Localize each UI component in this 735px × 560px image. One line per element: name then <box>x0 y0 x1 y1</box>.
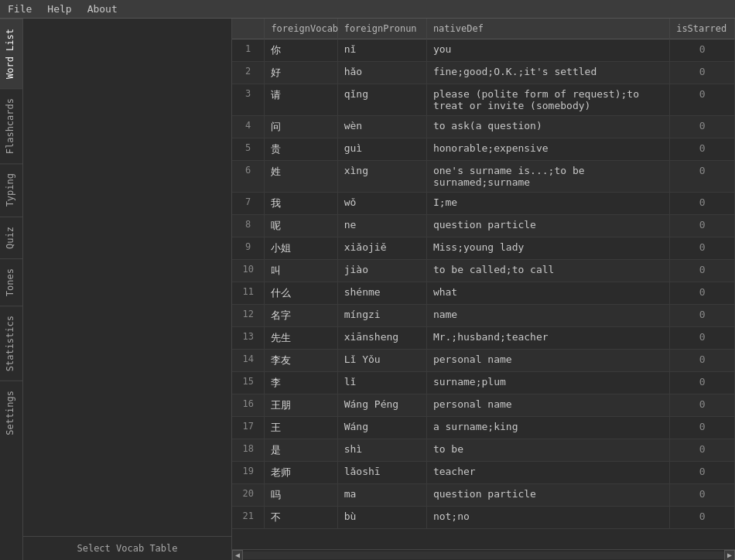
table-row[interactable]: 15 李 lǐ surname;plum 0 <box>232 372 735 394</box>
table-row[interactable]: 10 叫 jiào to be called;to call 0 <box>232 260 735 282</box>
sidebar: Word List Flashcards Typing Quiz Tones S… <box>0 19 23 560</box>
cell-foreign-pronun: nǐ <box>337 39 426 62</box>
cell-row-num: 19 <box>232 462 265 484</box>
cell-is-starred: 0 <box>670 39 735 62</box>
vocabulary-table: foreignVocab foreignPronun nativeDef isS… <box>232 19 735 529</box>
sidebar-item-flashcards[interactable]: Flashcards <box>0 88 22 163</box>
sidebar-item-statistics[interactable]: Statistics <box>0 306 22 381</box>
table-row[interactable]: 20 吗 ma question particle 0 <box>232 484 735 507</box>
cell-row-num: 8 <box>232 215 265 237</box>
cell-native-def: fine;good;O.K.;it's settled <box>426 62 669 84</box>
cell-native-def: to ask(a question) <box>426 116 669 138</box>
cell-row-num: 3 <box>232 84 265 116</box>
cell-is-starred: 0 <box>670 350 735 372</box>
table-row[interactable]: 7 我 wǒ I;me 0 <box>232 193 735 215</box>
about-menu[interactable]: About <box>80 2 125 16</box>
table-row[interactable]: 5 贵 guì honorable;expensive 0 <box>232 138 735 161</box>
table-row[interactable]: 2 好 hǎo fine;good;O.K.;it's settled 0 <box>232 62 735 84</box>
cell-row-num: 4 <box>232 116 265 138</box>
scroll-right-button[interactable]: ▶ <box>724 550 735 561</box>
table-row[interactable]: 8 呢 ne question particle 0 <box>232 215 735 237</box>
cell-row-num: 13 <box>232 327 265 350</box>
table-row[interactable]: 4 问 wèn to ask(a question) 0 <box>232 116 735 138</box>
cell-is-starred: 0 <box>670 439 735 462</box>
cell-native-def: surname;plum <box>426 372 669 394</box>
sidebar-item-quiz[interactable]: Quiz <box>0 217 22 258</box>
cell-row-num: 10 <box>232 260 265 282</box>
cell-foreign-vocab: 好 <box>265 62 337 84</box>
cell-native-def: you <box>426 39 669 62</box>
cell-native-def: to be called;to call <box>426 260 669 282</box>
cell-row-num: 16 <box>232 394 265 417</box>
select-vocab-table-button[interactable]: Select Vocab Table <box>23 536 231 560</box>
table-container[interactable]: foreignVocab foreignPronun nativeDef isS… <box>232 19 735 549</box>
menubar: File Help About <box>0 0 735 19</box>
cell-native-def: I;me <box>426 193 669 215</box>
scroll-left-button[interactable]: ◀ <box>232 550 243 561</box>
cell-is-starred: 0 <box>670 462 735 484</box>
cell-foreign-pronun: xiǎojiě <box>337 237 426 260</box>
table-row[interactable]: 3 请 qǐng please (polite form of request)… <box>232 84 735 116</box>
sidebar-item-settings[interactable]: Settings <box>0 381 22 445</box>
table-row[interactable]: 6 姓 xìng one's surname is...;to be surna… <box>232 161 735 193</box>
cell-foreign-pronun: qǐng <box>337 84 426 116</box>
col-header-foreign-pronun: foreignPronun <box>337 19 426 39</box>
cell-is-starred: 0 <box>670 417 735 439</box>
file-menu[interactable]: File <box>0 2 39 16</box>
cell-foreign-pronun: hǎo <box>337 62 426 84</box>
cell-foreign-vocab: 呢 <box>265 215 337 237</box>
sidebar-item-tones[interactable]: Tones <box>0 258 22 306</box>
horizontal-scrollbar[interactable]: ◀ ▶ <box>232 549 735 560</box>
table-row[interactable]: 18 是 shì to be 0 <box>232 439 735 462</box>
cell-foreign-vocab: 先生 <box>265 327 337 350</box>
main-content: Word List Flashcards Typing Quiz Tones S… <box>0 19 735 560</box>
cell-foreign-pronun: Wáng <box>337 417 426 439</box>
cell-is-starred: 0 <box>670 237 735 260</box>
cell-foreign-pronun: míngzi <box>337 305 426 327</box>
cell-foreign-pronun: lǎoshī <box>337 462 426 484</box>
cell-is-starred: 0 <box>670 62 735 84</box>
table-row[interactable]: 1 你 nǐ you 0 <box>232 39 735 62</box>
cell-row-num: 5 <box>232 138 265 161</box>
cell-foreign-pronun: Lǐ Yǒu <box>337 350 426 372</box>
table-row[interactable]: 11 什么 shénme what 0 <box>232 282 735 305</box>
table-row[interactable]: 9 小姐 xiǎojiě Miss;young lady 0 <box>232 237 735 260</box>
cell-is-starred: 0 <box>670 215 735 237</box>
sidebar-item-typing[interactable]: Typing <box>0 163 22 216</box>
table-row[interactable]: 16 王朋 Wáng Péng personal name 0 <box>232 394 735 417</box>
cell-is-starred: 0 <box>670 138 735 161</box>
cell-is-starred: 0 <box>670 372 735 394</box>
col-header-native-def: nativeDef <box>426 19 669 39</box>
cell-foreign-pronun: ma <box>337 484 426 507</box>
cell-foreign-vocab: 我 <box>265 193 337 215</box>
cell-native-def: please (polite form of request);to treat… <box>426 84 669 116</box>
h-scroll-track[interactable] <box>243 551 724 559</box>
table-row[interactable]: 19 老师 lǎoshī teacher 0 <box>232 462 735 484</box>
table-row[interactable]: 17 王 Wáng a surname;king 0 <box>232 417 735 439</box>
cell-row-num: 12 <box>232 305 265 327</box>
cell-native-def: personal name <box>426 350 669 372</box>
table-row[interactable]: 13 先生 xiānsheng Mr.;husband;teacher 0 <box>232 327 735 350</box>
table-row[interactable]: 21 不 bù not;no 0 <box>232 507 735 529</box>
table-row[interactable]: 14 李友 Lǐ Yǒu personal name 0 <box>232 350 735 372</box>
cell-foreign-vocab: 王朋 <box>265 394 337 417</box>
cell-row-num: 18 <box>232 439 265 462</box>
sidebar-item-word-list[interactable]: Word List <box>0 19 22 88</box>
cell-is-starred: 0 <box>670 484 735 507</box>
cell-is-starred: 0 <box>670 193 735 215</box>
table-row[interactable]: 12 名字 míngzi name 0 <box>232 305 735 327</box>
cell-row-num: 21 <box>232 507 265 529</box>
cell-foreign-vocab: 什么 <box>265 282 337 305</box>
left-panel-content <box>23 19 231 536</box>
cell-native-def: honorable;expensive <box>426 138 669 161</box>
cell-foreign-vocab: 请 <box>265 84 337 116</box>
cell-foreign-vocab: 不 <box>265 507 337 529</box>
cell-row-num: 17 <box>232 417 265 439</box>
cell-foreign-pronun: Wáng Péng <box>337 394 426 417</box>
cell-native-def: question particle <box>426 215 669 237</box>
cell-native-def: Mr.;husband;teacher <box>426 327 669 350</box>
help-menu[interactable]: Help <box>39 2 79 16</box>
cell-foreign-vocab: 叫 <box>265 260 337 282</box>
cell-row-num: 20 <box>232 484 265 507</box>
cell-row-num: 15 <box>232 372 265 394</box>
